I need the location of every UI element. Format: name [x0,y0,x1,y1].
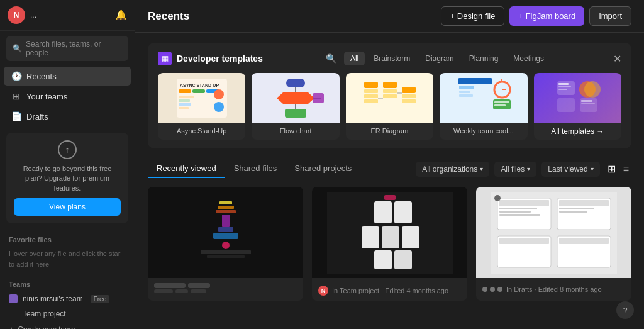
files-filter-button[interactable]: All files ▾ [494,162,536,177]
nav-item-drafts[interactable]: 📄 Drafts [4,107,131,126]
template-thumb-async: ASYNC STAND-UP [158,73,245,123]
svg-rect-7 [179,103,191,106]
template-card-async[interactable]: ASYNC STAND-UP Async Stand-Up [158,73,245,140]
import-button[interactable]: Import [589,6,631,26]
grid-view-button[interactable]: ⊞ [605,160,618,177]
nav-label-teams: Your teams [26,92,67,101]
svg-rect-17 [313,93,324,103]
search-icon: 🔍 [13,44,22,53]
view-plans-button[interactable]: View plans [14,198,121,216]
svg-rect-69 [384,195,396,200]
create-team-button[interactable]: + Create new team [0,321,135,329]
sort-filter-button[interactable]: Last viewed ▾ [541,162,599,177]
bell-icon[interactable]: 🔔 [115,9,127,21]
svg-rect-73 [499,208,537,209]
view-tab-group: Recently viewed Shared files Shared proj… [148,160,360,178]
search-box[interactable]: 🔍 Search files, teams, or people [6,36,128,61]
drafts-icon: 📄 [11,111,21,121]
nav-item-your-teams[interactable]: ⊞ Your teams [4,87,131,106]
tab-shared-projects[interactable]: Shared projects [286,160,360,178]
svg-rect-8 [179,107,189,109]
svg-rect-31 [458,78,492,84]
recents-icon: 🕐 [11,71,21,81]
svg-rect-42 [558,83,569,85]
file-preview-svg-1 [163,192,289,274]
tab-diagram[interactable]: Diagram [419,52,460,65]
free-badge: Free [91,295,110,303]
file-card-1[interactable] [148,187,303,301]
tab-meetings[interactable]: Meetings [507,52,550,65]
tab-all[interactable]: All [344,52,365,65]
favorite-files-hint: Hover over any file and click the star t… [0,246,135,274]
design-file-button[interactable]: + Design file [441,6,505,26]
template-card-all[interactable]: All templates → [534,73,621,140]
figjam-board-button[interactable]: + FigJam board [509,6,584,26]
files-filter-label: All files [501,165,525,174]
team-project-link[interactable]: Team project [0,307,135,321]
svg-rect-2 [179,89,191,93]
file-info-3: In Drafts · Edited 8 months ago [476,278,631,298]
favorite-files-title: Favorite files [0,230,135,246]
team-color-swatch [9,294,18,303]
file-sub-block-2 [175,289,188,293]
svg-marker-13 [277,92,314,104]
help-button[interactable]: ? [616,301,634,319]
svg-rect-57 [213,233,238,239]
templates-banner: ▦ Developer templates 🔍 All Brainstorm D… [148,43,631,148]
svg-rect-64 [362,226,379,248]
file-name-row-1 [154,283,297,288]
file-dot-3b [490,287,495,292]
svg-rect-3 [192,89,205,93]
filter-group: All organizations ▾ All files ▾ Last vie… [416,160,631,177]
svg-point-46 [584,81,601,98]
sort-filter-arrow: ▾ [591,165,594,172]
svg-point-84 [494,195,501,201]
svg-rect-39 [494,101,509,103]
svg-rect-66 [402,226,419,248]
svg-rect-81 [499,238,549,244]
org-filter-arrow: ▾ [480,165,483,172]
banner-left: ▦ Developer templates [158,52,263,65]
template-card-er[interactable]: ER Diagram [346,73,433,140]
file-sub-block-1 [154,289,173,293]
file-card-3[interactable]: In Drafts · Edited 8 months ago [476,187,631,301]
avatar[interactable]: N [8,6,25,24]
view-tabs: Recently viewed Shared files Shared proj… [148,160,631,178]
template-card-flowchart[interactable]: Flow chart [252,73,339,140]
svg-rect-56 [218,227,233,232]
org-filter-label: All organizations [422,165,477,174]
banner-search-icon[interactable]: 🔍 [326,53,336,64]
banner-close-icon[interactable]: ✕ [613,53,621,65]
file-card-2[interactable]: N In Team project · Edited 4 months ago [312,187,467,301]
tab-brainstorm[interactable]: Brainstorm [367,52,416,65]
banner-title: Developer templates [177,53,263,64]
create-team-label: Create new team [18,325,75,329]
file-preview-3 [476,187,631,278]
banner-header: ▦ Developer templates 🔍 All Brainstorm D… [158,52,621,65]
svg-rect-24 [383,89,397,93]
svg-point-10 [214,102,224,112]
svg-rect-75 [499,214,540,216]
tab-shared-files[interactable]: Shared files [225,160,286,178]
team-item[interactable]: ninis mrsui's team Free [0,291,135,307]
svg-rect-68 [394,250,412,269]
main-content: ▦ Developer templates 🔍 All Brainstorm D… [135,33,644,329]
template-label-er: ER Diagram [346,123,433,138]
view-toggle: ⊞ ≡ [605,160,631,177]
tab-recently-viewed[interactable]: Recently viewed [148,160,225,178]
tab-planning[interactable]: Planning [463,52,505,65]
svg-rect-29 [402,99,416,103]
teams-icon: ⊞ [11,91,21,101]
svg-rect-78 [559,208,594,209]
top-bar: Recents + Design file + FigJam board Imp… [135,0,644,33]
nav-item-recents[interactable]: 🕐 Recents [4,67,131,86]
svg-rect-55 [222,215,230,227]
banner-tabs: 🔍 All Brainstorm Diagram Planning Meetin… [326,52,550,65]
file-sub-row-1 [154,289,297,293]
svg-rect-44 [558,89,567,90]
list-view-button[interactable]: ≡ [621,160,631,177]
org-filter-button[interactable]: All organizations ▾ [416,162,489,177]
banner-icon: ▦ [158,52,172,65]
template-card-weekly[interactable]: Weekly team cool... [440,73,527,140]
svg-rect-60 [207,255,245,258]
